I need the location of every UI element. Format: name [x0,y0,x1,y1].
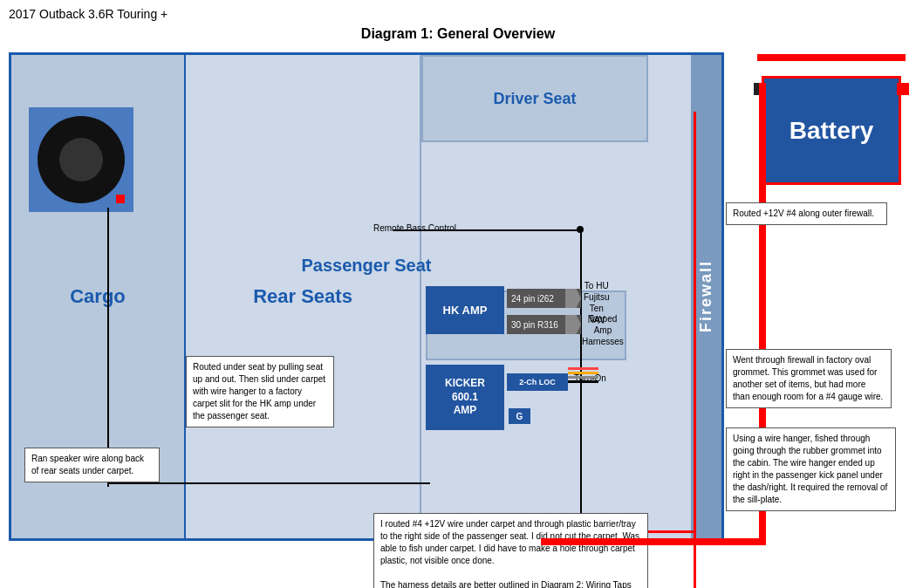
main-diagram: Cargo Rear Seats Driver Seat Passenger S… [9,52,724,541]
driver-seat-label: Driver Seat [493,90,576,108]
red-wire-bottom [541,538,766,545]
loc-box: 2-Ch LOC [507,373,568,391]
tapped-amp-label: TappedAmpHarnesses [582,313,624,347]
g-box: G [509,408,530,424]
hk-amp: HK AMP [426,286,504,334]
battery-box: Battery [762,76,901,185]
rear-seats-label: Rear Seats [253,285,352,308]
hk-amp-label: HK AMP [443,304,488,317]
annotation-routed-seat: Routed under seat by pulling seat up and… [186,356,334,427]
loc-label: 2-Ch LOC [519,378,556,386]
firewall-label: Firewall [697,260,715,332]
red-wire-internal-v [694,112,696,588]
pin-24-connector: 24 pin i262 [507,289,581,308]
page-title: 2017 Outback 3.6R Touring + [9,7,167,21]
remote-bass-label: Remote Bass Control [373,223,456,233]
speaker-dot [116,195,125,203]
kicker-amp-label: KICKER600.1AMP [445,377,485,418]
battery-label: Battery [790,117,873,145]
kicker-amp: KICKER600.1AMP [426,365,504,430]
pin-30-label: 30 pin R316 [511,320,558,330]
g-label: G [516,412,523,421]
annotation-rubber-grommet: Using a wire hanger, fished through goin… [726,427,896,511]
speaker-wire-h [107,482,430,484]
speaker-box [29,107,133,212]
annotation-rear-seats: Ran speaker wire along back of rear seat… [24,448,160,482]
wire-orange [568,372,598,374]
annotation-positive-wire: I routed #4 +12V wire under carpet and t… [373,513,648,588]
battery-terminal-positive [897,83,909,95]
wire-red [568,367,598,370]
passenger-seat-label: Passenger Seat [11,256,721,276]
speaker-outer [38,116,125,203]
cargo-label: Cargo [70,285,126,308]
wire-black [568,380,598,383]
annotation-routed-wire: Routed +12V #4 along outer firewall. [726,202,887,225]
pin-30-connector: 30 pin R316 [507,315,581,334]
rear-seats-area: Rear Seats [186,55,421,538]
wire-gray [568,376,598,379]
pin-24-label: 24 pin i262 [511,294,554,304]
red-wire-top [757,54,906,61]
speaker-wire-v [107,208,109,487]
connector-30-arrow [565,315,581,334]
connector-24-arrow [565,289,581,308]
driver-seat-box: Driver Seat [421,55,648,142]
diagram-title: Diagram 1: General Overview [0,26,916,42]
black-wire-h [393,229,583,231]
speaker-inner [59,138,103,181]
annotation-firewall-grommet: Went through firewall in factory oval gr… [726,349,892,408]
